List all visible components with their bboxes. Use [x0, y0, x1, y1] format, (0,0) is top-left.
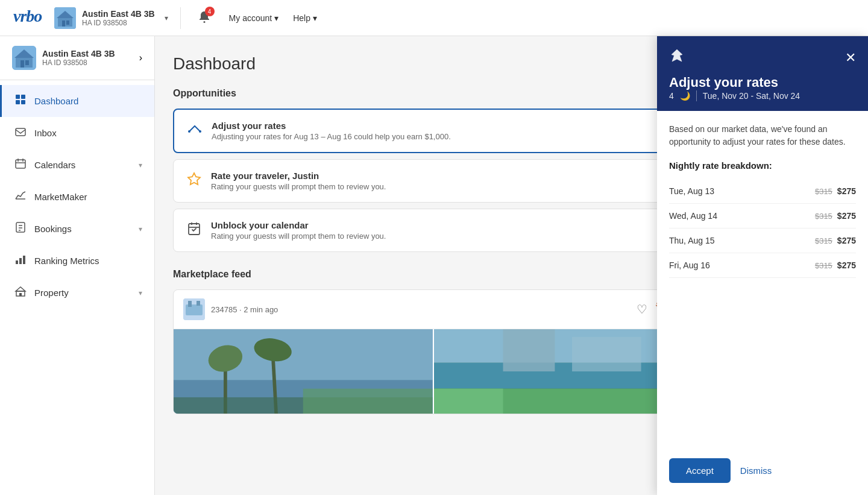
feed-image-right: [434, 329, 693, 414]
dismiss-button[interactable]: Dismiss: [740, 465, 772, 476]
rate-prices: $315 $275: [815, 211, 856, 221]
notifications-button[interactable]: 4: [193, 5, 216, 30]
svg-rect-14: [16, 100, 20, 104]
bookings-expand-icon: ▾: [139, 225, 142, 233]
sidebar-property-chevron-icon: ›: [139, 52, 142, 63]
sidebar-item-property[interactable]: Property ▾: [0, 277, 154, 309]
rate-prices: $315 $275: [815, 260, 856, 270]
sidebar-property-label: Property: [34, 288, 131, 298]
feed-images: [174, 329, 693, 414]
rate-date: Thu, Aug 15: [669, 236, 715, 245]
rate-row-2: Thu, Aug 15 $315 $275: [669, 229, 856, 253]
svg-rect-16: [16, 128, 25, 136]
sidebar-item-bookings[interactable]: Bookings ▾: [0, 213, 154, 245]
property-name: Austin East 4B 3B: [82, 9, 155, 19]
svg-rect-50: [303, 389, 433, 414]
property-info: Austin East 4B 3B HA ID 938508: [82, 9, 155, 27]
overlay-actions: Accept Dismiss: [657, 446, 868, 495]
svg-rect-10: [20, 60, 24, 68]
marketplace-section: Marketplace feed 2347: [173, 269, 693, 414]
rate-prices: $315 $275: [815, 186, 856, 196]
svg-marker-34: [188, 173, 200, 184]
my-account-chevron-icon: ▾: [274, 13, 278, 23]
sidebar-item-dashboard[interactable]: Dashboard: [0, 85, 154, 117]
sidebar-item-inbox[interactable]: Inbox: [0, 117, 154, 149]
adjust-rates-title: Adjust your rates: [212, 121, 668, 131]
svg-rect-55: [503, 329, 555, 371]
unblock-calendar-icon: [186, 221, 203, 239]
sidebar-inbox-label: Inbox: [34, 128, 142, 138]
opportunity-rate-traveler[interactable]: Rate your traveler, Justin Rating your g…: [173, 159, 693, 203]
marketplace-title: Marketplace feed: [173, 269, 693, 280]
svg-point-6: [203, 21, 205, 23]
sidebar-navigation: Dashboard Inbox: [0, 80, 154, 314]
rate-new-price: $275: [837, 236, 856, 245]
feed-like-button[interactable]: ♡: [637, 302, 647, 317]
svg-rect-35: [189, 224, 200, 235]
sidebar-ranking-metrics-label: Ranking Metrics: [34, 256, 142, 266]
svg-point-33: [188, 130, 190, 133]
sidebar-property-thumbnail: [12, 46, 36, 70]
opportunities-section: Opportunities Adjust your rates Adjustin…: [173, 88, 693, 252]
adjust-rates-desc: Adjusting your rates for Aug 13 – Aug 16…: [212, 132, 668, 141]
help-button[interactable]: Help ▾: [286, 8, 324, 28]
rate-original-price: $315: [815, 236, 832, 245]
sidebar-calendars-label: Calendars: [34, 160, 131, 170]
svg-rect-31: [19, 293, 22, 296]
rate-row-3: Fri, Aug 16 $315 $275: [669, 253, 856, 278]
svg-rect-13: [21, 95, 25, 99]
opportunity-unblock-calendar[interactable]: Unblock your calendar Rating your guests…: [173, 209, 693, 252]
sidebar-item-marketmaker[interactable]: MarketMaker: [0, 181, 154, 213]
rate-date: Fri, Aug 16: [669, 260, 710, 270]
marketmaker-icon: [14, 189, 27, 204]
rate-original-price: $315: [815, 261, 832, 270]
sidebar-property-id: HA ID 938508: [42, 58, 133, 67]
property-expand-icon: ▾: [139, 289, 142, 297]
my-account-label: My account: [229, 13, 272, 23]
rate-breakdown-title: Nightly rate breakdown:: [669, 160, 856, 171]
inbox-icon: [14, 125, 27, 140]
accept-button[interactable]: Accept: [669, 458, 731, 483]
sidebar-dashboard-label: Dashboard: [34, 96, 142, 106]
feed-image-left: [174, 329, 434, 414]
unblock-calendar-title: Unblock your calendar: [211, 220, 669, 230]
overlay-divider: [696, 90, 697, 101]
overlay-header-row: ✕: [669, 48, 856, 68]
svg-marker-30: [16, 287, 25, 291]
sidebar-item-ranking-metrics[interactable]: Ranking Metrics: [0, 245, 154, 277]
property-selector[interactable]: Austin East 4B 3B HA ID 938508 ▾: [54, 7, 181, 29]
svg-rect-26: [16, 260, 18, 264]
vrbo-logo: vrbo: [12, 5, 54, 31]
rate-date: Wed, Aug 14: [669, 211, 717, 221]
dashboard-icon: [14, 93, 27, 109]
svg-rect-12: [16, 95, 20, 99]
unblock-calendar-desc: Rating your guests will prompt them to r…: [211, 232, 669, 241]
page-title: Dashboard: [173, 54, 693, 74]
overlay-header: ✕ Adjust your rates 4 🌙 Tue, Nov 20 - Sa…: [657, 36, 868, 111]
rate-date: Tue, Aug 13: [669, 186, 714, 196]
my-account-button[interactable]: My account ▾: [222, 8, 286, 28]
svg-rect-57: [434, 389, 503, 414]
svg-rect-15: [21, 100, 25, 104]
opportunities-title: Opportunities: [173, 88, 693, 99]
feed-user-id: 234785: [211, 305, 237, 314]
opportunity-adjust-rates[interactable]: Adjust your rates Adjusting your rates f…: [173, 109, 693, 153]
overlay-close-button[interactable]: ✕: [845, 51, 856, 65]
svg-rect-28: [23, 256, 25, 264]
svg-rect-17: [16, 160, 25, 168]
svg-rect-42: [197, 301, 200, 306]
property-nav-icon: [14, 285, 27, 300]
ranking-metrics-icon: [14, 253, 27, 268]
svg-rect-56: [572, 337, 641, 371]
svg-rect-27: [19, 258, 22, 264]
rate-traveler-title: Rate your traveler, Justin: [211, 171, 669, 181]
rate-row-0: Tue, Aug 13 $315 $275: [669, 179, 856, 204]
sidebar-property-selector[interactable]: Austin East 4B 3B HA ID 938508 ›: [0, 36, 154, 80]
rate-prices: $315 $275: [815, 236, 856, 245]
svg-rect-4: [62, 20, 65, 27]
sidebar-item-calendars[interactable]: Calendars ▾: [0, 149, 154, 181]
property-chevron-icon: ▾: [165, 14, 168, 22]
bookings-icon: [14, 221, 27, 236]
feed-header: 234785 · 2 min ago ♡ 🔖 ▾: [174, 290, 693, 329]
feed-card: 234785 · 2 min ago ♡ 🔖 ▾: [173, 289, 693, 414]
